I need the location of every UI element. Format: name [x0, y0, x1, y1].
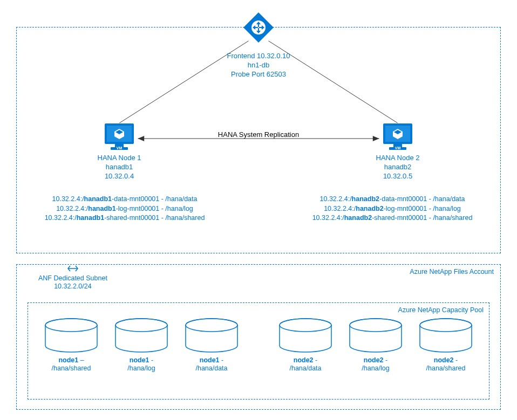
disk-icon	[185, 318, 239, 353]
vm-title: HANA Node 2	[317, 154, 479, 163]
vm-hostname: hanadb2	[317, 163, 479, 172]
anf-account-label: Azure NetApp Files Account	[410, 268, 494, 276]
disk-item: node2 - /hana/log	[343, 318, 408, 373]
replication-label: HANA System Replication	[218, 130, 299, 139]
mount-data: 10.32.2.4:/hanadb1-data-mnt00001 - /hana…	[11, 195, 238, 204]
vm-hostname: hanadb1	[38, 163, 200, 172]
vm-node-1: VM HANA Node 1 hanadb1 10.32.0.4	[38, 122, 200, 181]
anf-account-box: ANF Dedicated Subnet 10.32.2.0/24 Azure …	[16, 264, 501, 410]
frontend-label: Frontend 10.32.0.10 hn1-db Probe Port 62…	[227, 52, 290, 79]
vm-icon: VM	[103, 122, 135, 152]
vm-icon: VM	[382, 122, 414, 152]
vm-ip: 10.32.0.5	[317, 172, 479, 181]
load-balancer-icon	[242, 11, 275, 44]
disk-group-right: node2 - /hana/data node2 - /hana/log nod…	[273, 318, 478, 373]
vm-label: HANA Node 1 hanadb1 10.32.0.4	[38, 154, 200, 181]
disk-label: node2 - /hana/shared	[413, 356, 478, 373]
anf-subnet: ANF Dedicated Subnet 10.32.2.0/24	[38, 264, 107, 291]
disk-icon	[114, 318, 168, 353]
anf-subnet-label: ANF Dedicated Subnet	[38, 274, 107, 283]
mounts-node-1: 10.32.2.4:/hanadb1-data-mnt00001 - /hana…	[11, 195, 238, 223]
disk-group-left: node1 – /hana/shared node1 - /hana/log n…	[39, 318, 244, 373]
vm-ip: 10.32.0.4	[38, 172, 200, 181]
frontend-ip: Frontend 10.32.0.10	[227, 52, 290, 61]
vm-node-2: VM HANA Node 2 hanadb2 10.32.0.5	[317, 122, 479, 181]
vm-title: HANA Node 1	[38, 154, 200, 163]
anf-capacity-pool: Azure NetApp Capacity Pool node1 – /hana…	[28, 302, 489, 400]
mount-data: 10.32.2.4:/hanadb2-data-mnt00001 - /hana…	[279, 195, 506, 204]
frontend-probe: Probe Port 62503	[227, 70, 290, 79]
disk-item: node1 - /hana/data	[179, 318, 244, 373]
mount-shared: 10.32.2.4:/hanadb1-shared-mnt00001 - /ha…	[11, 214, 238, 223]
disk-item: node1 - /hana/log	[109, 318, 174, 373]
mounts-node-2: 10.32.2.4:/hanadb2-data-mnt00001 - /hana…	[279, 195, 506, 223]
disk-label: node1 - /hana/log	[109, 356, 174, 373]
mount-shared: 10.32.2.4:/hanadb2-shared-mnt00001 - /ha…	[279, 214, 506, 223]
vm-label: HANA Node 2 hanadb2 10.32.0.5	[317, 154, 479, 181]
svg-text:VM: VM	[117, 146, 123, 150]
disk-icon	[349, 318, 403, 353]
anf-subnet-cidr: 10.32.2.0/24	[38, 283, 107, 291]
disk-item: node2 - /hana/data	[273, 318, 338, 373]
cluster-box: Frontend 10.32.0.10 hn1-db Probe Port 62…	[16, 27, 501, 253]
mount-log: 10.32.2.4:/hanadb1-log-mnt00001 - /hana/…	[11, 204, 238, 214]
svg-text:VM: VM	[395, 146, 401, 150]
mount-log: 10.32.2.4:/hanadb2-log-mnt00001 - /hana/…	[279, 204, 506, 214]
disk-label: node1 – /hana/shared	[39, 356, 104, 373]
disk-label: node2 - /hana/data	[273, 356, 338, 373]
disk-icon	[278, 318, 332, 353]
disk-item: node2 - /hana/shared	[413, 318, 478, 373]
anf-pool-label: Azure NetApp Capacity Pool	[398, 306, 484, 314]
disk-item: node1 – /hana/shared	[39, 318, 104, 373]
disk-icon	[419, 318, 473, 353]
disk-label: node1 - /hana/data	[179, 356, 244, 373]
disks-row: node1 – /hana/shared node1 - /hana/log n…	[33, 318, 484, 373]
disk-icon	[44, 318, 98, 353]
subnet-icon	[66, 264, 80, 273]
frontend-name: hn1-db	[227, 61, 290, 70]
disk-label: node2 - /hana/log	[343, 356, 408, 373]
